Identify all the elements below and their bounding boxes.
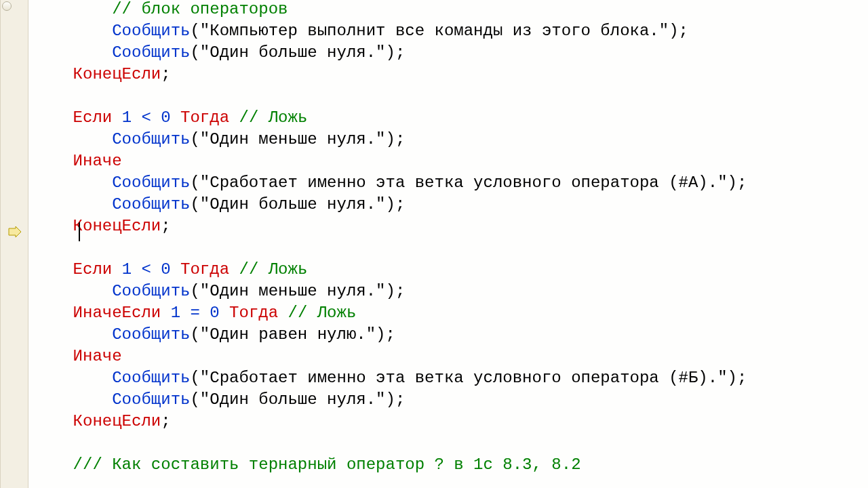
- text-caret: [79, 222, 80, 241]
- execution-pointer-icon: [7, 226, 22, 237]
- editor-gutter[interactable]: [0, 0, 28, 488]
- code-text: // блок операторов Сообщить("Компьютер в…: [34, 0, 868, 476]
- code-editor: // блок операторов Сообщить("Компьютер в…: [0, 0, 868, 488]
- svg-marker-0: [9, 226, 21, 237]
- code-area[interactable]: // блок операторов Сообщить("Компьютер в…: [28, 0, 868, 488]
- breakpoint-marker[interactable]: [2, 1, 12, 11]
